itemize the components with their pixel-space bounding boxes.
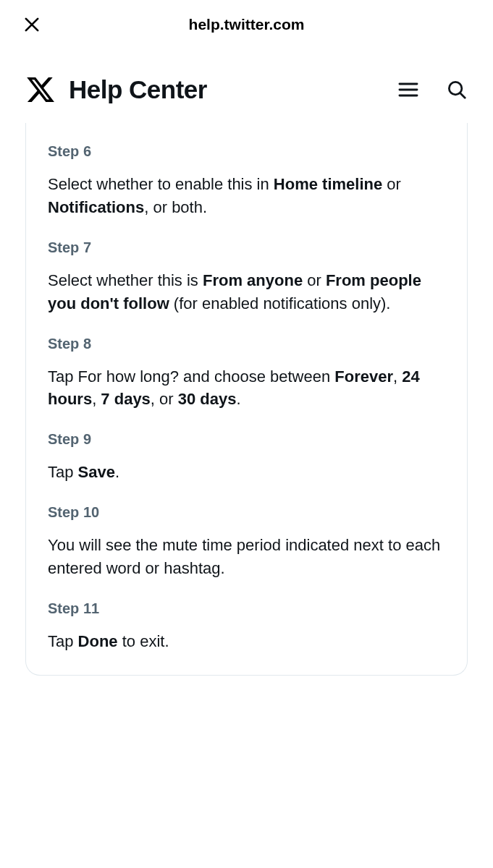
menu-icon[interactable] <box>397 78 420 101</box>
step-body-text: , <box>92 390 101 408</box>
step-body: Select whether this is From anyone or Fr… <box>48 269 445 315</box>
step: Step 10You will see the mute time period… <box>48 484 445 580</box>
step: Step 6Select whether to enable this in H… <box>48 123 445 219</box>
step-body-text: Tap For how long? and choose between <box>48 367 334 386</box>
step-body-bold: 7 days <box>101 390 151 408</box>
step-label: Step 9 <box>48 431 445 448</box>
close-icon[interactable] <box>22 14 42 35</box>
step-label: Step 11 <box>48 600 445 617</box>
step-body-text: Select whether to enable this in <box>48 175 274 193</box>
x-logo-icon[interactable] <box>25 75 56 105</box>
steps-card: Step 6Select whether to enable this in H… <box>25 123 468 676</box>
search-icon[interactable] <box>446 79 468 101</box>
step-body-text: , <box>393 367 402 386</box>
browser-url: help.twitter.com <box>189 16 305 33</box>
step-body-text: Tap <box>48 632 78 650</box>
step-body: Select whether to enable this in Home ti… <box>48 173 445 219</box>
step-body-text: or <box>382 175 401 193</box>
step-body-bold: Home timeline <box>274 175 382 193</box>
page-title: Help Center <box>69 75 384 104</box>
step-label: Step 8 <box>48 336 445 352</box>
step-label: Step 6 <box>48 143 445 160</box>
step-label: Step 10 <box>48 504 445 521</box>
step-body-bold: Save <box>78 463 115 481</box>
step-body-text: or <box>303 271 326 289</box>
step-body-text: (for enabled notifications only). <box>169 294 391 312</box>
step-body-text: Tap <box>48 463 78 481</box>
step-body: Tap Save. <box>48 461 445 484</box>
step-body-bold: 30 days <box>178 390 237 408</box>
step-body-bold: From anyone <box>203 271 303 289</box>
step-label: Step 7 <box>48 239 445 256</box>
step-body: Tap For how long? and choose between For… <box>48 365 445 412</box>
step-body-text: to exit. <box>118 632 169 650</box>
step-body-text: , or both. <box>144 198 207 216</box>
step: Step 8Tap For how long? and choose betwe… <box>48 315 445 412</box>
step-body-text: . <box>115 463 119 481</box>
browser-top-bar: help.twitter.com <box>0 0 493 49</box>
step-body: Tap Done to exit. <box>48 630 445 653</box>
step-body-bold: Notifications <box>48 198 144 216</box>
step-body-text: Select whether this is <box>48 271 203 289</box>
step-body-bold: Forever <box>334 367 393 386</box>
svg-line-6 <box>460 93 465 98</box>
step-body-bold: Done <box>78 632 118 650</box>
step: Step 7Select whether this is From anyone… <box>48 219 445 315</box>
step: Step 9Tap Save. <box>48 411 445 484</box>
step-body-text: . <box>237 390 241 408</box>
step: Step 11Tap Done to exit. <box>48 580 445 653</box>
step-body-text: You will see the mute time period indica… <box>48 536 440 577</box>
step-body: You will see the mute time period indica… <box>48 534 445 580</box>
step-body-text: , or <box>151 390 178 408</box>
site-header: Help Center <box>0 49 493 123</box>
